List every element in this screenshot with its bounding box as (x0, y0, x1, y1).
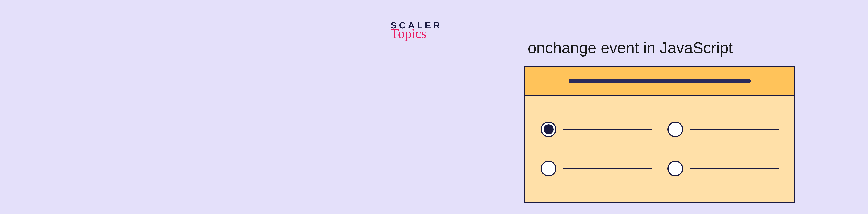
radio-label-placeholder (563, 168, 652, 169)
radio-circle-icon (668, 121, 683, 137)
radio-option-4[interactable] (668, 161, 779, 176)
radio-circle-icon (541, 161, 556, 176)
form-header (525, 67, 794, 96)
form-diagram (524, 66, 795, 203)
radio-circle-icon (668, 161, 683, 176)
page-title: onchange event in JavaScript (528, 39, 733, 57)
radio-option-1[interactable] (541, 121, 652, 137)
radio-option-2[interactable] (668, 121, 779, 137)
radio-label-placeholder (690, 168, 779, 169)
radio-circle-icon (541, 121, 556, 137)
form-body (525, 96, 794, 202)
radio-label-placeholder (563, 129, 652, 130)
radio-label-placeholder (690, 129, 779, 130)
radio-option-3[interactable] (541, 161, 652, 176)
scaler-topics-logo: SCALER Topics (391, 21, 446, 40)
header-placeholder-line (568, 79, 751, 83)
logo-dot-icon (416, 32, 418, 33)
radio-selected-dot-icon (544, 124, 554, 134)
